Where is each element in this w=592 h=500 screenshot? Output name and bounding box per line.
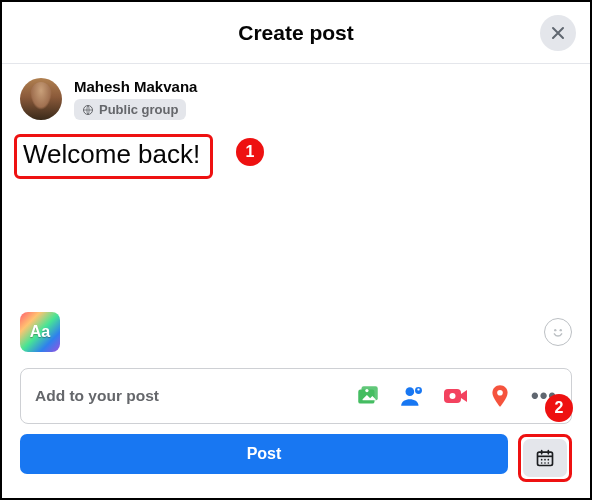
emoji-button[interactable]: [544, 318, 572, 346]
highlight-box-1: Welcome back!: [14, 134, 213, 179]
audience-selector[interactable]: Public group: [74, 99, 186, 120]
tag-people-icon: [399, 383, 425, 409]
globe-icon: [82, 104, 94, 116]
compose-tools-row: Aa: [20, 312, 572, 352]
location-pin-icon: [487, 383, 513, 409]
avatar: [20, 78, 62, 120]
calendar-icon: [535, 448, 555, 468]
svg-point-1: [549, 323, 567, 341]
schedule-button[interactable]: [523, 439, 567, 477]
smiley-icon: [547, 321, 569, 343]
background-color-button[interactable]: Aa: [20, 312, 60, 352]
post-text-input[interactable]: Welcome back!: [23, 139, 200, 169]
aa-label: Aa: [30, 323, 50, 341]
photo-icon: [355, 383, 381, 409]
svg-point-10: [450, 393, 456, 399]
highlight-box-2: [518, 434, 572, 482]
close-icon: [548, 23, 568, 43]
dialog-title: Create post: [238, 21, 354, 45]
dialog-header: Create post: [2, 2, 590, 64]
add-to-post-bar: Add to your post: [20, 368, 572, 424]
annotation-callout-2: 2: [545, 394, 573, 422]
post-button[interactable]: Post: [20, 434, 508, 474]
svg-point-11: [497, 390, 503, 396]
user-meta: Mahesh Makvana Public group: [74, 78, 197, 120]
svg-point-6: [365, 389, 368, 392]
post-content-area[interactable]: Welcome back! 1: [2, 126, 590, 179]
svg-point-2: [554, 329, 556, 331]
location-button[interactable]: [487, 383, 513, 409]
close-button[interactable]: [540, 15, 576, 51]
live-video-button[interactable]: [443, 383, 469, 409]
audience-label: Public group: [99, 102, 178, 117]
tag-people-button[interactable]: [399, 383, 425, 409]
svg-point-7: [406, 387, 415, 396]
photo-video-button[interactable]: [355, 383, 381, 409]
add-to-post-label: Add to your post: [35, 387, 347, 405]
user-row: Mahesh Makvana Public group: [2, 64, 590, 126]
annotation-callout-1: 1: [236, 138, 264, 166]
bottom-action-row: Post: [20, 434, 572, 482]
svg-point-3: [560, 329, 562, 331]
add-to-post-icons: •••: [355, 383, 557, 409]
user-name: Mahesh Makvana: [74, 78, 197, 95]
video-icon: [443, 384, 469, 408]
